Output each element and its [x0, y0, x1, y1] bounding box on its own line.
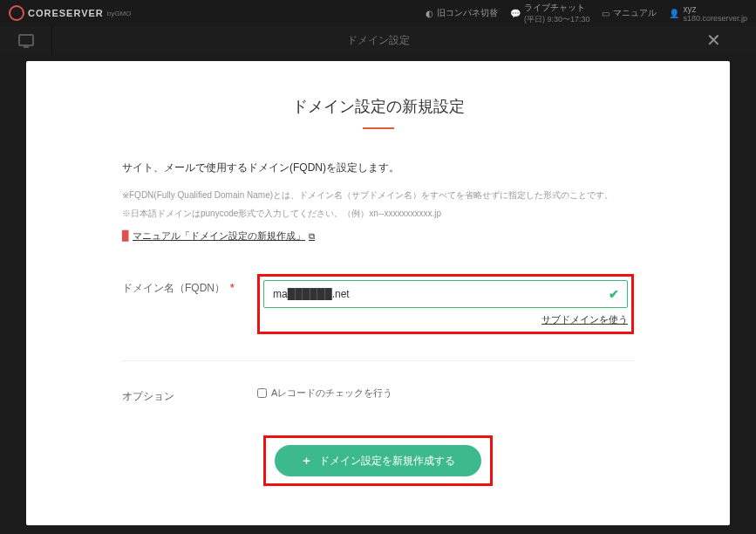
old-panel-label: 旧コンパネ切替	[437, 7, 498, 19]
chat-label: ライブチャット	[524, 3, 585, 12]
domain-input[interactable]	[263, 280, 628, 308]
title-underline	[363, 127, 394, 129]
option-label: オプション	[122, 382, 257, 404]
chat-icon: 💬	[510, 9, 521, 18]
external-link-icon: ⧉	[309, 231, 315, 242]
subdomain-link[interactable]: サブドメインを使う	[263, 313, 628, 326]
domain-new-modal: ドメイン設定の新規設定 サイト、メールで使用するドメイン(FQDN)を設定します…	[26, 61, 730, 525]
manual-link-text: マニュアル「ドメイン設定の新規作成」	[133, 229, 305, 243]
user-server: s180.coreserver.jp	[683, 14, 747, 23]
domain-highlight: ✔ サブドメインを使う	[257, 274, 634, 334]
note-fqdn: ※FQDN(Fully Qualified Domain Name)とは、ドメイ…	[122, 188, 634, 202]
book-icon: ▉	[122, 230, 129, 242]
manual-link[interactable]: ▉ マニュアル「ドメイン設定の新規作成」 ⧉	[122, 229, 315, 243]
submit-label: ドメイン設定を新規作成する	[319, 454, 455, 469]
book-icon: ▭	[602, 9, 610, 18]
logo-subtext: byGMO	[107, 10, 132, 17]
modal-title: ドメイン設定の新規設定	[122, 96, 634, 117]
a-record-checkbox[interactable]	[257, 388, 267, 398]
note-punycode: ※日本語ドメインはpunycode形式で入力してください。（例）xn--xxxx…	[122, 206, 634, 221]
logo-icon	[9, 5, 24, 21]
intro-text: サイト、メールで使用するドメイン(FQDN)を設定します。	[122, 161, 634, 175]
required-mark: *	[230, 282, 235, 294]
logo-text: CORESERVER	[28, 8, 104, 18]
submit-highlight: ＋ ドメイン設定を新規作成する	[263, 435, 493, 486]
a-record-checkbox-wrap[interactable]: Aレコードのチェックを行う	[257, 387, 634, 400]
live-chat[interactable]: 💬 ライブチャット (平日) 9:30〜17:30	[510, 2, 590, 25]
check-icon: ✔	[609, 287, 619, 301]
logo: CORESERVER byGMO	[9, 5, 131, 21]
user-icon: 👤	[669, 9, 679, 18]
domain-label: ドメイン名（FQDN）*	[122, 274, 257, 296]
manual-link-top[interactable]: ▭ マニュアル	[602, 7, 657, 19]
toggle-icon: ◐	[426, 9, 433, 18]
user-name: xyz	[683, 4, 696, 14]
submit-button[interactable]: ＋ ドメイン設定を新規作成する	[275, 445, 481, 476]
chat-hours: (平日) 9:30〜17:30	[524, 14, 590, 25]
old-panel-toggle[interactable]: ◐ 旧コンパネ切替	[426, 7, 498, 19]
manual-label: マニュアル	[613, 7, 657, 19]
a-record-label: Aレコードのチェックを行う	[271, 387, 392, 400]
plus-icon: ＋	[301, 453, 312, 469]
user-menu[interactable]: 👤 xyz s180.coreserver.jp	[669, 4, 747, 23]
